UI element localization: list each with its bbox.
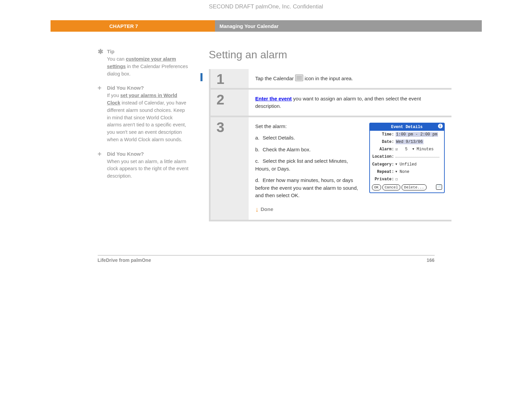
confidential-header: SECOND DRAFT palmOne, Inc. Confidential: [51, 0, 482, 20]
step-1: 1 Tap the Calendar icon in the input are…: [211, 69, 451, 90]
tip-pre: You can: [107, 56, 126, 62]
dyk1-text: If you set your alarms in World Clock in…: [107, 92, 189, 143]
dropdown-icon[interactable]: ▼: [412, 148, 414, 151]
step-3-number: 3: [211, 117, 249, 220]
enter-event-link[interactable]: Enter the event: [255, 96, 292, 101]
tip-text: You can customize your alarm settings in…: [107, 56, 189, 78]
substep-d: d.Enter how many minutes, hours, or days…: [255, 177, 363, 200]
alarm-unit[interactable]: Minutes: [417, 147, 434, 152]
sidebar: ✱ Tip You can customize your alarm setti…: [98, 49, 199, 221]
repeat-value[interactable]: None: [400, 170, 409, 174]
time-label: Time:: [372, 131, 396, 138]
done-label: Done: [261, 206, 274, 212]
date-value[interactable]: Wed 9/13/06: [396, 140, 424, 144]
event-details-dialog: Event Details i Time: 1:00 pm - 2:00 pm …: [369, 123, 445, 193]
steps-container: 1 Tap the Calendar icon in the input are…: [209, 69, 451, 221]
step-1-number: 1: [211, 69, 249, 88]
page-footer: LifeDrive from palmOne 166: [98, 255, 435, 263]
dyk1-post: instead of Calendar, you have different …: [107, 100, 186, 142]
alarm-checkbox[interactable]: ☑: [396, 147, 398, 152]
chapter-label: CHAPTER 7: [51, 20, 215, 32]
change-bar-icon: [200, 73, 202, 81]
step-3-intro: Set the alarm:: [255, 123, 363, 130]
plus-icon: +: [98, 85, 107, 143]
calendar-icon: [295, 74, 303, 81]
step-2-number: 2: [211, 90, 249, 116]
dropdown-icon[interactable]: ▼: [396, 163, 397, 166]
page-number: 166: [427, 257, 434, 263]
category-label: Category:: [372, 161, 396, 167]
alarm-value[interactable]: 5: [405, 147, 407, 152]
did-you-know-block-2: + Did You Know? When you set an alarm, a…: [98, 151, 189, 180]
substep-c: c.Select the pick list and select Minute…: [255, 157, 363, 173]
done-arrow-icon: ↓: [255, 206, 259, 213]
ok-button[interactable]: OK: [372, 184, 381, 191]
cancel-button[interactable]: Cancel: [382, 184, 401, 191]
dyk2-text: When you set an alarm, a little alarm cl…: [107, 158, 189, 180]
time-value[interactable]: 1:00 pm - 2:00 pm: [396, 132, 438, 137]
date-label: Date:: [372, 139, 396, 145]
chapter-banner: CHAPTER 7 Managing Your Calendar: [51, 20, 482, 32]
step-2: 2 Enter the event you want to assign an …: [211, 90, 451, 117]
step-2-text: Enter the event you want to assign an al…: [255, 95, 445, 110]
substep-b: b.Check the Alarm box.: [255, 146, 363, 154]
dyk1-heading: Did You Know?: [107, 85, 189, 91]
alarm-label: Alarm:: [372, 146, 396, 152]
main-content: Setting an alarm 1 Tap the Calendar icon…: [199, 49, 451, 221]
dialog-title: Event Details i: [370, 123, 444, 131]
dropdown-icon[interactable]: ▼: [396, 170, 397, 174]
dyk2-heading: Did You Know?: [107, 151, 189, 157]
step1-pre: Tap the Calendar: [255, 75, 295, 81]
private-label: Private:: [372, 176, 396, 182]
done-row: ↓Done: [255, 204, 363, 214]
private-checkbox[interactable]: ☐: [396, 177, 398, 182]
chapter-title: Managing Your Calendar: [215, 20, 482, 32]
location-label: Location:: [372, 154, 396, 160]
delete-button[interactable]: Delete...: [402, 184, 426, 191]
info-icon[interactable]: i: [438, 124, 443, 128]
product-name: LifeDrive from palmOne: [98, 257, 151, 263]
did-you-know-block-1: + Did You Know? If you set your alarms i…: [98, 85, 189, 143]
step-1-text: Tap the Calendar icon in the input area.: [255, 74, 445, 83]
section-title: Setting an alarm: [209, 49, 451, 61]
tip-block: ✱ Tip You can customize your alarm setti…: [98, 49, 189, 78]
note-icon[interactable]: 📄: [436, 184, 442, 190]
asterisk-icon: ✱: [98, 49, 107, 78]
tip-heading: Tip: [107, 49, 189, 54]
step1-post: icon in the input area.: [303, 75, 353, 81]
step-3: 3 Set the alarm: a.Select Details. b.Che…: [211, 117, 451, 220]
repeat-label: Repeat:: [372, 169, 396, 175]
substep-a: a.Select Details.: [255, 134, 363, 142]
location-field[interactable]: [396, 154, 439, 157]
category-value[interactable]: Unfiled: [400, 162, 416, 167]
plus-icon: +: [98, 151, 107, 180]
dyk1-pre: If you: [107, 93, 121, 98]
